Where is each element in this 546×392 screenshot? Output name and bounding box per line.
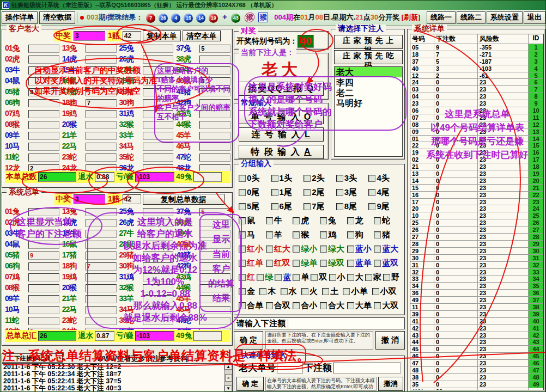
number-bet-input[interactable] xyxy=(28,208,59,216)
checkbox-item[interactable]: 红 xyxy=(239,272,255,283)
checkbox-icon[interactable] xyxy=(304,189,311,196)
checkbox-icon[interactable] xyxy=(372,288,379,295)
checkbox-item[interactable]: 虎 xyxy=(293,216,309,226)
detail-row[interactable]: 2102318 xyxy=(410,163,543,170)
system-odds-input[interactable]: 42 xyxy=(123,194,141,204)
checkbox-icon[interactable] xyxy=(239,203,246,210)
number-bet-input[interactable] xyxy=(199,317,230,325)
checkbox-icon[interactable] xyxy=(266,231,273,238)
quick-number-input[interactable] xyxy=(277,363,303,373)
checkbox-item[interactable]: 2尾 xyxy=(304,187,324,198)
checkbox-item[interactable]: 猴 xyxy=(293,230,309,240)
number-bet-input[interactable] xyxy=(143,143,174,151)
scroll-thumb[interactable]: ≡ xyxy=(225,374,232,382)
checkbox-icon[interactable] xyxy=(293,302,300,309)
checkbox-item[interactable]: 小单 xyxy=(343,286,367,297)
client-odds-input[interactable]: 42 xyxy=(123,31,141,41)
checkbox-item[interactable]: 2头 xyxy=(304,173,324,183)
confirm-button[interactable]: 确 定 xyxy=(234,331,263,350)
number-bet-input[interactable] xyxy=(28,45,59,53)
checkbox-item[interactable]: 合小 xyxy=(293,301,317,311)
bettor-list[interactable]: 老大李四老二马明好 xyxy=(334,66,403,157)
checkbox-icon[interactable] xyxy=(347,231,354,238)
number-bet-input[interactable] xyxy=(86,154,117,162)
checkbox-icon[interactable] xyxy=(239,302,246,309)
number-bet-input[interactable] xyxy=(86,306,117,314)
checkbox-icon[interactable] xyxy=(347,217,354,224)
detail-row[interactable]: 2202315 xyxy=(410,142,543,149)
accept-qq-report-button[interactable]: 接受QQ上报 Q xyxy=(239,82,324,96)
checkbox-item[interactable]: 绿 xyxy=(257,272,273,283)
number-bet-input[interactable] xyxy=(28,56,59,64)
number-bet-input[interactable] xyxy=(199,252,230,260)
checkbox-item[interactable]: 绿双 xyxy=(320,258,344,268)
number-bet-input[interactable] xyxy=(143,154,174,162)
detail-row[interactable]: 0102314 xyxy=(410,136,543,143)
checkbox-icon[interactable] xyxy=(336,203,343,210)
client-total-input[interactable]: 26 xyxy=(38,172,76,182)
checkbox-icon[interactable] xyxy=(239,288,246,295)
checkbox-item[interactable]: 合大 xyxy=(320,301,344,311)
number-bet-input[interactable] xyxy=(86,45,117,53)
number-bet-input[interactable] xyxy=(28,99,59,107)
number-bet-input[interactable] xyxy=(143,99,174,107)
number-bet-input[interactable]: 9 xyxy=(28,88,59,96)
quick-amount-input[interactable] xyxy=(333,363,401,373)
checkbox-icon[interactable] xyxy=(329,274,336,281)
checkbox-icon[interactable] xyxy=(271,175,278,182)
number-bet-input[interactable] xyxy=(143,284,174,292)
checkbox-item[interactable]: 大单 xyxy=(347,301,372,311)
detail-row[interactable]: 4802347 xyxy=(410,367,543,374)
detail-row[interactable]: 0602310 xyxy=(410,107,543,114)
number-bet-input[interactable] xyxy=(28,121,59,129)
serial-number-input-button[interactable]: 连 号 输 入 L xyxy=(239,127,324,142)
checkbox-icon[interactable] xyxy=(293,260,300,267)
number-bet-input[interactable] xyxy=(143,132,174,140)
checkbox-icon[interactable] xyxy=(293,217,300,224)
checkbox-icon[interactable] xyxy=(368,203,375,210)
number-bet-input[interactable] xyxy=(143,45,174,53)
number-bet-input[interactable] xyxy=(28,77,59,85)
detail-row[interactable]: 0702311 xyxy=(410,114,543,121)
number-bet-input[interactable] xyxy=(199,154,230,162)
checkbox-icon[interactable] xyxy=(347,302,354,309)
checkbox-icon[interactable] xyxy=(336,175,343,182)
checkbox-item[interactable]: 3头 xyxy=(336,173,357,183)
number-bet-input[interactable] xyxy=(86,295,117,303)
number-bet-input[interactable] xyxy=(28,295,59,303)
checkbox-icon[interactable] xyxy=(239,175,246,182)
checkbox-icon[interactable] xyxy=(347,274,354,281)
checkbox-icon[interactable] xyxy=(368,189,375,196)
number-bet-input[interactable] xyxy=(86,208,117,216)
number-bet-input[interactable] xyxy=(199,143,230,151)
checkbox-item[interactable]: 牛 xyxy=(266,216,282,226)
checkbox-item[interactable]: 土 xyxy=(322,286,338,297)
detail-row[interactable]: 1902316 xyxy=(410,149,543,156)
special-segment-input-button[interactable]: 特 段 输 入 A xyxy=(239,145,324,159)
number-bet-input[interactable] xyxy=(143,219,174,227)
checkbox-icon[interactable] xyxy=(343,288,350,295)
checkbox-icon[interactable] xyxy=(271,189,278,196)
bet-log-list[interactable]: 2011-1-6 下午 05:22:30 老大下注 12=22011-1-6 下… xyxy=(2,363,233,392)
copy-sheet-button[interactable]: 复制本单 xyxy=(143,30,181,41)
checkbox-item[interactable]: 猪 xyxy=(374,230,390,240)
number-bet-input[interactable] xyxy=(28,241,59,249)
number-bet-input[interactable] xyxy=(143,121,174,129)
detail-row[interactable]: 2902330 xyxy=(410,248,543,255)
checkbox-item[interactable]: 红双 xyxy=(266,258,290,268)
checkbox-item[interactable]: 蓝小 xyxy=(347,244,372,254)
bet-log-tab[interactable]: 下注操作记录 xyxy=(2,353,63,363)
detail-row[interactable]: 3302334 xyxy=(410,275,543,283)
number-bet-input[interactable] xyxy=(86,88,117,96)
bettor-list-item[interactable]: 老大 xyxy=(335,67,402,77)
detail-row[interactable]: 4502344 xyxy=(410,346,543,353)
checkbox-item[interactable]: 小 xyxy=(329,272,345,283)
checkbox-icon[interactable] xyxy=(311,274,318,281)
checkbox-item[interactable]: 蓝双 xyxy=(374,258,398,268)
number-bet-input[interactable] xyxy=(86,56,117,64)
number-bet-input[interactable]: 7 xyxy=(86,262,117,271)
detail-row[interactable]: 230239 xyxy=(410,100,543,107)
checkbox-item[interactable]: 羊 xyxy=(266,230,282,240)
bet-amount-input[interactable] xyxy=(288,318,404,329)
number-bet-input[interactable] xyxy=(28,230,59,238)
